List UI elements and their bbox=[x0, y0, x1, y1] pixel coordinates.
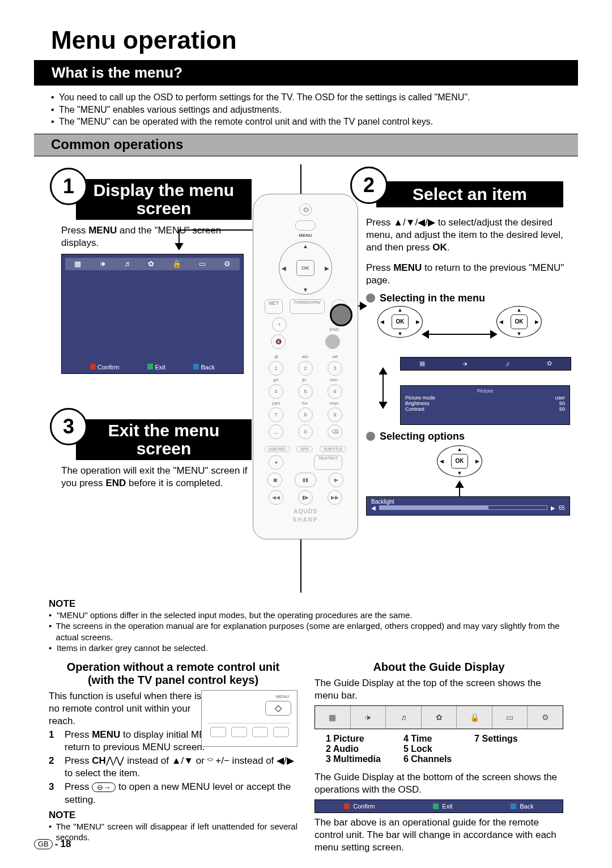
svg-marker-2 bbox=[360, 303, 366, 309]
end-button-highlight bbox=[330, 304, 352, 326]
osd-footer-bar: Confirm Exit Back bbox=[62, 361, 243, 373]
diagram-area: Display the menu screen 1 Press MENU and… bbox=[37, 164, 575, 595]
lock-icon: 🔒 bbox=[457, 706, 492, 729]
picture-icon: ▦ bbox=[74, 259, 81, 268]
panel1-number: 1 bbox=[50, 168, 87, 205]
remote-control: ⏻ MENU OK ▲ ▼ ◀ ▶ NET TV/RADIO/FAV ↶ +EN… bbox=[253, 194, 358, 539]
page-footer: GB - 18 bbox=[34, 839, 71, 850]
page-title: Menu operation bbox=[51, 26, 578, 54]
selecting-in-menu-label: Selecting in the menu bbox=[366, 292, 485, 304]
bullet-text: The "MENU" enables various settings and … bbox=[59, 104, 282, 116]
panel3-number: 3 bbox=[50, 408, 87, 445]
panel1-body: Press MENU and the "MENU" screen display… bbox=[61, 224, 243, 249]
right-column: About the Guide Display The Guide Displa… bbox=[314, 661, 563, 856]
bullet-text: You need to call up the OSD to perform s… bbox=[59, 91, 470, 104]
dpad-illustration: OK ▲ ▼ ◀ ▶ bbox=[496, 306, 542, 338]
panel3-title: Exit the menu screen bbox=[76, 419, 252, 460]
leftcol-heading: Operation without a remote control unit … bbox=[49, 661, 298, 687]
green-dot-icon bbox=[433, 803, 439, 809]
rightcol-heading: About the Guide Display bbox=[314, 661, 563, 674]
svg-marker-5 bbox=[491, 331, 496, 338]
panel-keys-diagram: MENU ◇ bbox=[201, 690, 298, 747]
red-dot-icon bbox=[344, 803, 350, 809]
rightcol-p2: The Guide Display at the bottom of the s… bbox=[314, 771, 563, 796]
panel2-body1: Press ▲/▼/◀/▶ to select/adjust the desir… bbox=[366, 216, 570, 254]
remote-dpad: OK ▲ ▼ ◀ ▶ bbox=[279, 241, 332, 295]
svg-marker-7 bbox=[380, 368, 386, 374]
bullet-text: The "MENU" can be operated with the remo… bbox=[59, 116, 433, 128]
multimedia-icon: ♬ bbox=[124, 259, 130, 268]
multimedia-icon: ♬ bbox=[386, 706, 422, 729]
ops-bar: Confirm Exit Back bbox=[314, 799, 563, 813]
lock-icon: 🔒 bbox=[172, 259, 181, 268]
panel1-title: Display the menu screen bbox=[76, 179, 252, 220]
dpad-illustration: OK ▲ ▼ ◀ ▶ bbox=[437, 445, 482, 477]
panel2-title: Select an item bbox=[376, 181, 563, 207]
page-number: 18 bbox=[60, 839, 71, 850]
osd-menubar-icons: ▦ 🕩 ♬ ✿ 🔒 ▭ ⚙ bbox=[65, 258, 240, 270]
svg-marker-8 bbox=[380, 402, 386, 408]
mini-settings: Picture Picture modeuser Brightness50 Co… bbox=[400, 385, 570, 425]
leftcol-intro: This function is useful when there is no… bbox=[49, 690, 207, 727]
section-what-is-menu: What is the menu? bbox=[34, 60, 578, 86]
note-header: NOTE bbox=[49, 598, 563, 610]
audio-icon: 🕩 bbox=[351, 706, 386, 729]
svg-marker-4 bbox=[423, 331, 428, 338]
panel3-body: The operation will exit the "MENU" scree… bbox=[61, 465, 265, 490]
blue-dot-icon bbox=[511, 803, 516, 809]
panel1-osd-preview: ▦ 🕩 ♬ ✿ 🔒 ▭ ⚙ Confirm Exit Back bbox=[61, 254, 244, 374]
note-bullets: •"MENU" options differ in the selected i… bbox=[49, 610, 563, 654]
mini-backlight: Backlight ◀ ▶ 65 bbox=[366, 496, 570, 516]
time-icon: ✿ bbox=[422, 706, 457, 729]
leftcol-note: •The "MENU" screen will disappear if lef… bbox=[49, 821, 298, 843]
section-common-operations: Common operations bbox=[34, 134, 578, 156]
picture-icon: ▦ bbox=[315, 706, 351, 729]
leftcol-note-header: NOTE bbox=[49, 810, 298, 821]
region-badge: GB bbox=[34, 839, 53, 849]
channels-icon: ▭ bbox=[199, 259, 206, 268]
bullet-icon bbox=[366, 432, 375, 441]
panel2-body2: Press MENU to return to the previous "ME… bbox=[366, 262, 570, 287]
guide-menubar: ▦ 🕩 ♬ ✿ 🔒 ▭ ⚙ bbox=[314, 705, 563, 729]
left-column: Operation without a remote control unit … bbox=[49, 661, 298, 856]
settings-icon: ⚙ bbox=[224, 259, 231, 268]
section-common-operations-title: Common operations bbox=[51, 137, 561, 152]
section-what-is-menu-title: What is the menu? bbox=[52, 64, 560, 82]
panel2-number: 2 bbox=[350, 167, 388, 204]
rightcol-p1: The Guide Display at the top of the scre… bbox=[314, 677, 563, 702]
dpad-illustration: OK ▲ ▼ ◀ ▶ bbox=[377, 306, 423, 338]
settings-icon: ⚙ bbox=[528, 706, 563, 729]
audio-icon: 🕩 bbox=[99, 259, 107, 268]
rightcol-p3: The bar above is an operational guide fo… bbox=[314, 816, 563, 854]
mini-menubar: ▦🕩♬✿ bbox=[400, 357, 571, 371]
time-icon: ✿ bbox=[148, 259, 154, 268]
svg-marker-10 bbox=[456, 482, 463, 487]
bullet-icon bbox=[366, 293, 375, 303]
guide-legend: 1 Picture 2 Audio 3 Multimedia 4 Time 5 … bbox=[314, 731, 563, 770]
selecting-options-label: Selecting options bbox=[366, 431, 465, 442]
channels-icon: ▭ bbox=[492, 706, 528, 729]
what-is-menu-bullets: •You need to call up the OSD to perform … bbox=[34, 86, 578, 134]
